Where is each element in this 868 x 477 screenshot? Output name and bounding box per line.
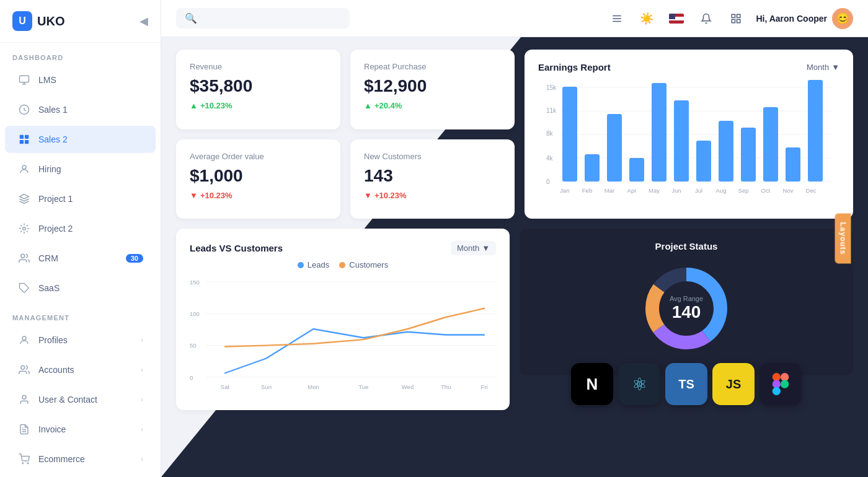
sidebar-item-lms[interactable]: LMS [5,66,156,94]
theme-toggle[interactable]: ☀️ [637,9,657,28]
lms-label: LMS [38,75,56,85]
avg-range-value: 140 [670,302,703,322]
sidebar-item-hiring[interactable]: Hiring [5,155,156,183]
customers-legend-label: Customers [349,260,388,269]
avg-order-value: $1,000 [190,166,327,186]
search-box[interactable]: 🔍 [176,8,350,28]
leads-card: Leads VS Customers Month ▼ Leads Custome… [176,229,510,410]
main-content: 🔍 ☀️ Hi, Aaron Cooper 😊 [161,0,868,477]
svg-text:50: 50 [190,342,197,349]
svg-text:15k: 15k [546,84,557,91]
new-customers-value: 143 [364,166,501,186]
sales1-icon [17,103,31,116]
sidebar-item-project2[interactable]: Project 2 [5,215,156,242]
svg-text:150: 150 [190,279,200,286]
svg-text:Apr: Apr [627,187,637,194]
collapse-button[interactable]: ◀ [140,14,148,28]
sidebar-item-ecommerce[interactable]: Ecommerce › [5,445,156,473]
svg-rect-78 [773,373,781,381]
svg-rect-3 [25,135,29,138]
user-name: Hi, Aaron Cooper [756,14,827,24]
earnings-filter[interactable]: Month ▼ [807,63,839,72]
revenue-arrow-up: ▲ [190,101,198,110]
svg-rect-79 [781,373,789,381]
svg-point-11 [21,365,25,369]
svg-point-12 [22,395,26,399]
avg-order-label: Average Order value [190,152,327,161]
repeat-purchase-change-text: +20.4% [374,101,402,110]
earnings-header: Earnings Report Month ▼ [538,62,839,72]
header-right: ☀️ Hi, Aaron Cooper 😊 [607,8,853,29]
sales1-label: Sales 1 [38,105,68,115]
chart-legend: Leads Customers [190,260,496,269]
right-bottom-panel: Project Status [520,229,853,410]
sidebar-item-sales1[interactable]: Sales 1 [5,96,156,123]
sidebar-item-accounts[interactable]: Accounts › [5,356,156,383]
svg-text:Sat: Sat [221,383,230,390]
accounts-arrow: › [141,365,143,374]
svg-rect-35 [562,87,577,182]
svg-rect-5 [25,141,29,144]
revenue-card: Revenue $35,800 ▲ +10.23% [176,50,340,129]
saas-label: SaaS [38,283,60,293]
menu-icon[interactable] [607,9,627,28]
repeat-purchase-arrow: ▲ [364,101,372,110]
repeat-purchase-value: $12,900 [364,76,501,96]
svg-text:Mon: Mon [308,383,319,390]
new-customers-change: ▼ +10.23% [364,191,501,200]
profiles-arrow: › [141,336,143,344]
apps-icon[interactable] [726,9,746,28]
sidebar-item-crm[interactable]: CRM 30 [5,245,156,272]
react-icon: ⚛ [618,363,660,405]
project2-label: Project 2 [38,224,73,234]
svg-rect-21 [737,14,740,17]
svg-rect-37 [607,114,622,182]
accounts-label: Accounts [38,365,74,375]
svg-text:100: 100 [190,310,200,317]
logo-icon: U [12,11,32,31]
svg-text:Jun: Jun [671,187,681,194]
sidebar-item-sales2[interactable]: Sales 2 [5,126,156,153]
svg-text:Nov: Nov [783,187,794,194]
customers-legend-item: Customers [339,260,388,269]
donut-center: Avg Range 140 [670,295,703,322]
avg-order-card: Average Order value $1,000 ▼ +10.23% [176,139,340,219]
notification-icon[interactable] [696,9,716,28]
sidebar-item-profiles[interactable]: Profiles › [5,326,156,354]
ecommerce-arrow: › [141,455,143,463]
svg-text:Sun: Sun [261,383,272,390]
svg-point-16 [27,463,29,464]
new-customers-card: New Customers 143 ▼ +10.23% [350,139,515,219]
project-status-card: Project Status [520,229,853,375]
leads-legend-dot [298,262,304,268]
earnings-bar-chart: 15k 11k 8k 4k 0 [538,80,839,204]
svg-point-8 [21,254,25,258]
leads-filter[interactable]: Month ▼ [451,241,496,255]
sales2-icon [17,133,31,146]
sidebar-item-user-contact[interactable]: User & Contact › [5,386,156,413]
flag-icon[interactable] [666,9,686,28]
profiles-icon [17,333,31,347]
typescript-icon: TS [665,363,707,405]
leads-legend-label: Leads [308,260,329,269]
svg-text:0: 0 [190,374,193,381]
dashboard-body: Revenue $35,800 ▲ +10.23% Repeat Purchas… [161,37,868,477]
new-customers-label: New Customers [364,152,501,161]
svg-point-82 [781,380,789,388]
invoice-icon [17,422,31,436]
layouts-tab[interactable]: Layouts [835,213,851,263]
sidebar-item-invoice[interactable]: Invoice › [5,416,156,443]
crm-label: CRM [38,253,58,263]
sidebar-item-project1[interactable]: Project 1 [5,185,156,212]
accounts-icon [17,363,31,377]
revenue-change-text: +10.23% [200,101,232,110]
svg-text:4k: 4k [546,155,554,162]
user-info[interactable]: Hi, Aaron Cooper 😊 [756,8,853,29]
sidebar-item-saas[interactable]: SaaS [5,274,156,302]
repeat-purchase-change: ▲ +20.4% [364,101,501,110]
svg-rect-36 [585,154,600,182]
repeat-purchase-card: Repeat Purchase $12,900 ▲ +20.4% [350,50,515,129]
user-contact-icon [17,393,31,406]
svg-rect-42 [719,121,733,182]
svg-text:Fri: Fri [480,383,487,390]
